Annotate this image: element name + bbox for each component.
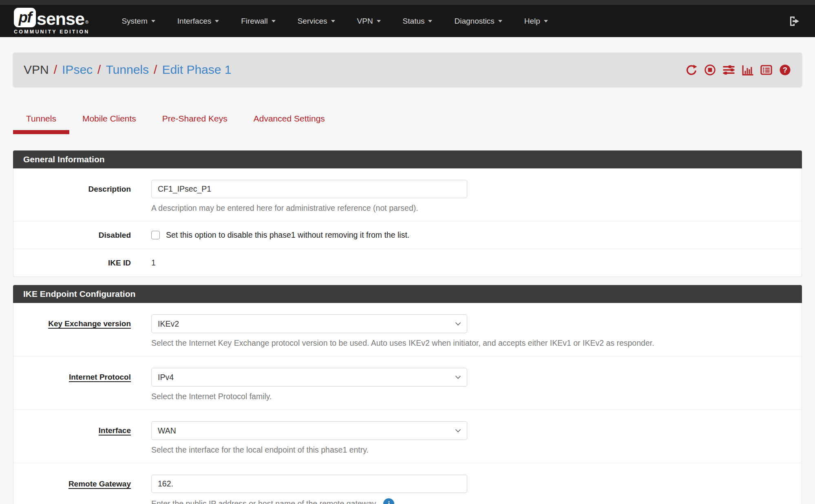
chart-bar-icon[interactable] xyxy=(741,64,754,76)
remote-gateway-input[interactable] xyxy=(151,475,467,493)
nav-item-status-label: Status xyxy=(403,17,425,26)
nav-item-firewall[interactable]: Firewall xyxy=(230,5,286,37)
nav-item-vpn[interactable]: VPN xyxy=(346,5,392,37)
svg-text:?: ? xyxy=(783,66,787,74)
disabled-checkbox-line: Set this option to disable this phase1 w… xyxy=(151,230,802,240)
ike-id-value: 1 xyxy=(151,258,802,267)
nav-item-interfaces[interactable]: Interfaces xyxy=(166,5,230,37)
nav-item-services-label: Services xyxy=(298,17,327,26)
ike-id-row: IKE ID 1 xyxy=(13,249,802,276)
ike-id-label: IKE ID xyxy=(13,259,131,267)
remote-gateway-row: Remote Gateway Enter the public IP addre… xyxy=(13,463,802,504)
sense-logo-text: sense xyxy=(37,11,84,27)
key-exchange-version-select[interactable]: IKEv2 xyxy=(151,314,467,333)
pfsense-logo-row: pf sense ® xyxy=(14,8,89,27)
nav-item-diagnostics[interactable]: Diagnostics xyxy=(443,5,513,37)
breadcrumb-link-ipsec[interactable]: IPsec xyxy=(62,63,93,77)
chevron-down-icon xyxy=(272,20,276,22)
internet-protocol-select[interactable]: IPv4 xyxy=(151,368,467,387)
top-strip xyxy=(0,0,815,5)
nav-item-status[interactable]: Status xyxy=(392,5,444,37)
ike-endpoint-header: IKE Endpoint Configuration xyxy=(13,285,802,303)
nav-item-system-label: System xyxy=(121,17,147,26)
nav-item-system[interactable]: System xyxy=(110,5,166,37)
breadcrumb-link-tunnels[interactable]: Tunnels xyxy=(106,63,149,77)
help-icon[interactable]: ? xyxy=(779,64,791,76)
disabled-checkbox[interactable] xyxy=(151,231,160,239)
ike-endpoint-panel: IKE Endpoint Configuration Key Exchange … xyxy=(13,285,802,504)
pf-logo-box: pf xyxy=(14,8,36,27)
refresh-icon[interactable] xyxy=(685,64,698,76)
breadcrumb: VPN / IPsec / Tunnels / Edit Phase 1 xyxy=(13,53,802,87)
chevron-down-icon xyxy=(377,20,381,22)
pf-logo-text: pf xyxy=(19,9,31,26)
sign-out-icon[interactable] xyxy=(788,15,801,28)
breadcrumb-separator: / xyxy=(97,63,101,77)
breadcrumb-separator: / xyxy=(54,63,57,77)
remote-gateway-help: Enter the public IP address or host name… xyxy=(151,498,802,504)
description-input[interactable] xyxy=(151,180,467,198)
chevron-down-icon xyxy=(544,20,548,22)
chevron-down-icon xyxy=(498,20,502,22)
tab-mobile-clients[interactable]: Mobile Clients xyxy=(69,107,149,134)
sliders-icon[interactable] xyxy=(722,64,735,76)
general-information-body: Description A description may be entered… xyxy=(13,168,802,277)
tab-bar: Tunnels Mobile Clients Pre-Shared Keys A… xyxy=(13,107,802,134)
list-icon[interactable] xyxy=(760,64,773,76)
disabled-checkbox-label: Set this option to disable this phase1 w… xyxy=(166,230,409,240)
nav-item-services[interactable]: Services xyxy=(287,5,346,37)
nav-item-help[interactable]: Help xyxy=(513,5,559,37)
breadcrumb-separator: / xyxy=(154,63,157,77)
tab-tunnels[interactable]: Tunnels xyxy=(13,107,69,134)
key-exchange-version-label: Key Exchange version xyxy=(13,314,131,348)
registered-mark: ® xyxy=(85,17,88,27)
description-help: A description may be entered here for ad… xyxy=(151,203,802,213)
key-exchange-version-row: Key Exchange version IKEv2 Select the In… xyxy=(13,303,802,356)
nav-item-help-label: Help xyxy=(524,17,540,26)
interface-select[interactable]: WAN xyxy=(151,421,467,440)
chevron-down-icon xyxy=(331,20,335,22)
tab-advanced-settings[interactable]: Advanced Settings xyxy=(241,107,338,134)
general-information-header: General Information xyxy=(13,150,802,168)
internet-protocol-help: Select the Internet Protocol family. xyxy=(151,392,802,401)
description-label: Description xyxy=(13,180,131,213)
description-row: Description A description may be entered… xyxy=(13,168,802,221)
breadcrumb-root: VPN xyxy=(24,63,49,77)
interface-row: Interface WAN Select the interface for t… xyxy=(13,409,802,463)
chevron-down-icon xyxy=(151,20,155,22)
internet-protocol-row: Internet Protocol IPv4 Select the Intern… xyxy=(13,356,802,409)
ike-endpoint-body: Key Exchange version IKEv2 Select the In… xyxy=(13,303,802,504)
breadcrumb-actions: ? xyxy=(685,64,791,76)
remote-gateway-help-text: Enter the public IP address or host name… xyxy=(151,499,378,504)
nav-item-interfaces-label: Interfaces xyxy=(177,17,211,26)
community-edition-tagline: COMMUNITY EDITION xyxy=(14,29,89,35)
general-information-panel: General Information Description A descri… xyxy=(13,150,802,277)
chevron-down-icon xyxy=(215,20,219,22)
chevron-down-icon xyxy=(428,20,432,22)
internet-protocol-label: Internet Protocol xyxy=(13,368,131,401)
remote-gateway-label: Remote Gateway xyxy=(13,475,131,504)
stop-icon[interactable] xyxy=(704,64,716,76)
interface-label: Interface xyxy=(13,421,131,455)
nav-item-diagnostics-label: Diagnostics xyxy=(454,17,494,26)
disabled-label: Disabled xyxy=(13,231,131,240)
interface-help: Select the interface for the local endpo… xyxy=(151,445,802,455)
tab-pre-shared-keys[interactable]: Pre-Shared Keys xyxy=(149,107,241,134)
pfsense-logo[interactable]: pf sense ® COMMUNITY EDITION xyxy=(14,8,89,35)
breadcrumb-link-edit-phase1[interactable]: Edit Phase 1 xyxy=(162,63,231,77)
nav-item-firewall-label: Firewall xyxy=(241,17,267,26)
main-navbar: pf sense ® COMMUNITY EDITION System Inte… xyxy=(0,5,815,37)
nav-item-vpn-label: VPN xyxy=(357,17,373,26)
disabled-row: Disabled Set this option to disable this… xyxy=(13,221,802,249)
info-icon[interactable]: i xyxy=(383,498,394,504)
nav-menu: System Interfaces Firewall Services VPN … xyxy=(110,5,559,37)
key-exchange-version-help: Select the Internet Key Exchange protoco… xyxy=(151,338,802,348)
